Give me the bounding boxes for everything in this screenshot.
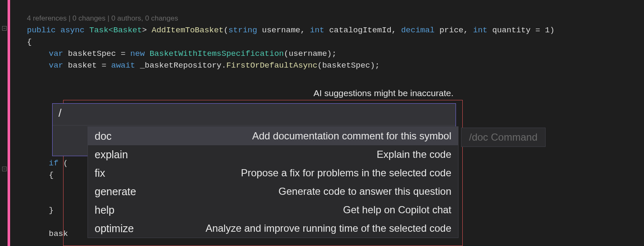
keyword: int [310, 26, 324, 35]
punct: . [222, 61, 226, 70]
copilot-input[interactable]: / [53, 104, 456, 126]
keyword: string [228, 26, 257, 35]
command-desc: Generate code to answer this question [278, 186, 451, 197]
default-val: = 1 [530, 26, 550, 35]
punct: ) [550, 26, 554, 35]
command-desc: Propose a fix for problems in the select… [241, 167, 451, 179]
brace: } [49, 206, 53, 215]
brace: { [49, 170, 53, 180]
punct: , [392, 26, 401, 35]
command-name: generate [95, 186, 136, 197]
keyword: await [111, 61, 135, 70]
command-name: optimize [95, 222, 134, 234]
code-line[interactable]: public async Task<Basket> AddItemToBaske… [14, 24, 644, 36]
punct: ( [224, 26, 228, 35]
command-name: explain [95, 149, 128, 160]
param: price [435, 26, 463, 35]
method: FirstOrDefaultAsync [226, 61, 318, 70]
ai-warning-text: AI suggestions might be inaccurate. [54, 87, 453, 99]
param: catalogItemId [324, 26, 392, 35]
keyword: new [130, 49, 150, 58]
type: Basket [113, 26, 142, 35]
keyword: int [473, 26, 488, 35]
code-line[interactable]: var basketSpec = new BasketWithItemsSpec… [14, 48, 644, 60]
copilot-command-list[interactable]: docAdd documentation comment for this sy… [87, 126, 458, 238]
keyword: decimal [401, 26, 435, 35]
codelens-info[interactable]: 4 references | 0 changes | 0 authors, 0 … [27, 13, 644, 24]
code-line[interactable]: var basket = await _basketRepository.Fir… [14, 60, 644, 71]
collapse-toggle[interactable] [2, 26, 7, 31]
keyword: if [49, 159, 58, 168]
field: _basketRepository [135, 61, 221, 70]
op: = [101, 61, 111, 70]
identifier: bask [49, 229, 68, 238]
command-item-generate[interactable]: generateGenerate code to answer this que… [88, 182, 458, 201]
punct: , [300, 26, 310, 35]
keyword: public async [27, 26, 89, 35]
code-line[interactable]: { [14, 36, 644, 48]
command-name: help [95, 204, 114, 216]
local: basketSpec [63, 49, 121, 58]
local: basket [63, 61, 101, 70]
punct: > [142, 26, 152, 35]
args: (username); [284, 49, 337, 58]
command-item-fix[interactable]: fixPropose a fix for problems in the sel… [88, 164, 458, 182]
command-desc: Explain the code [377, 149, 451, 160]
param: quantity [488, 26, 531, 35]
type: BasketWithItemsSpecification [149, 49, 284, 58]
command-name: fix [95, 167, 105, 179]
command-desc: Analyze and improve running time of the … [206, 222, 451, 234]
punct: ( [58, 159, 68, 168]
method: AddItemToBasket [151, 26, 223, 35]
command-hint: /doc Command [461, 128, 546, 147]
keyword: var [49, 61, 63, 70]
punct: , [464, 26, 473, 35]
type: Task< [89, 26, 113, 35]
command-name: doc [95, 130, 111, 142]
command-item-optimize[interactable]: optimizeAnalyze and improve running time… [88, 219, 458, 238]
op: = [121, 49, 130, 58]
command-desc: Get help on Copilot chat [343, 204, 452, 216]
param: username [257, 26, 300, 35]
command-item-explain[interactable]: explainExplain the code [88, 145, 458, 164]
collapse-toggle[interactable] [2, 167, 7, 171]
args: (basketSpec); [318, 61, 380, 70]
command-item-help[interactable]: helpGet help on Copilot chat [88, 201, 458, 219]
change-marker [8, 0, 10, 246]
command-item-doc[interactable]: docAdd documentation comment for this sy… [88, 127, 458, 145]
command-desc: Add documentation comment for this symbo… [252, 130, 451, 142]
keyword: var [49, 49, 63, 58]
brace: { [27, 37, 32, 47]
